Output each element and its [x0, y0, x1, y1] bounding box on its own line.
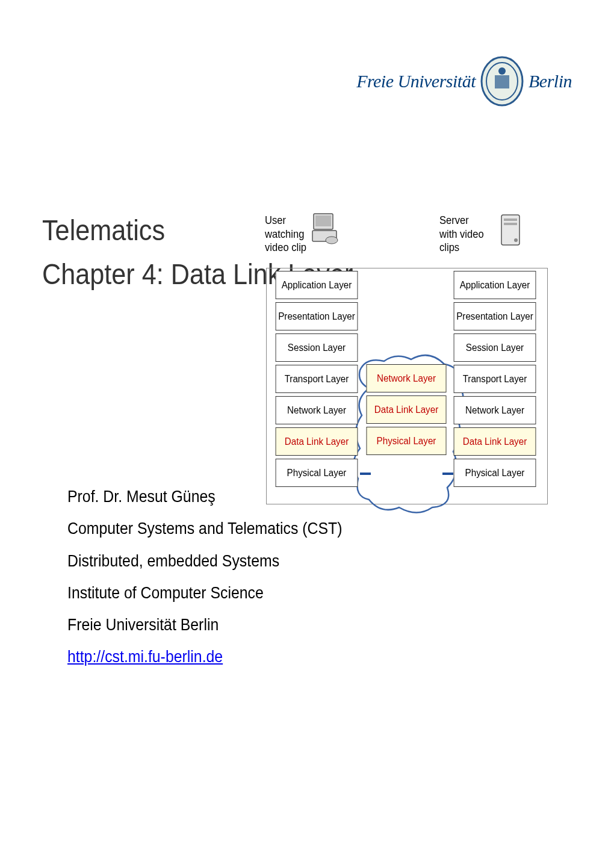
osi-diagram: User watching video clip Server with vid…	[259, 208, 578, 521]
svg-point-11	[514, 238, 518, 242]
layer-box: Physical Layer	[367, 427, 447, 455]
layer-box: Network Layer	[367, 364, 447, 392]
layer-box: Network Layer	[454, 396, 536, 424]
author-block: Prof. Dr. Mesut Güneş Computer Systems a…	[67, 482, 342, 674]
layer-box: Application Layer	[454, 271, 536, 299]
logo-text-left: Freie Universität	[356, 71, 476, 91]
svg-point-7	[326, 237, 338, 244]
layer-box: Data Link Layer	[367, 395, 447, 424]
server-icon	[497, 214, 527, 249]
author-line: Institute of Computer Science	[67, 578, 342, 609]
layer-stack-user: Application LayerPresentation LayerSessi…	[273, 271, 360, 490]
svg-rect-5	[315, 215, 331, 226]
university-logo: Freie Universität Berlin	[356, 54, 572, 108]
author-line: Prof. Dr. Mesut Güneş	[67, 482, 342, 512]
diagram-label-server: Server with video clips	[439, 214, 484, 255]
logo-text-right: Berlin	[529, 71, 572, 91]
layer-box: Session Layer	[276, 333, 358, 362]
layer-stack-server: Application LayerPresentation LayerSessi…	[451, 271, 538, 490]
svg-rect-10	[504, 223, 517, 225]
layer-stack-router: Network LayerData Link LayerPhysical Lay…	[364, 364, 448, 458]
author-line: Computer Systems and Telematics (CST)	[67, 513, 342, 544]
layer-box: Physical Layer	[454, 459, 536, 487]
computer-icon	[310, 211, 340, 246]
layer-box: Transport Layer	[276, 365, 358, 393]
layer-box: Data Link Layer	[454, 427, 536, 456]
svg-point-3	[498, 67, 506, 75]
diagram-label-user: User watching video clip	[265, 214, 306, 255]
connection-line	[442, 473, 453, 475]
layer-box: Session Layer	[454, 333, 536, 362]
author-url-link[interactable]: http://cst.mi.fu-berlin.de	[67, 648, 223, 666]
svg-rect-2	[495, 75, 509, 88]
author-line: Freie Universität Berlin	[67, 610, 342, 640]
seal-icon	[479, 54, 525, 108]
layer-box: Network Layer	[276, 396, 358, 424]
svg-rect-9	[504, 219, 517, 221]
author-line: Distributed, embedded Systems	[67, 546, 342, 577]
layer-box: Data Link Layer	[276, 427, 358, 456]
layer-box: Transport Layer	[454, 365, 536, 393]
layer-box: Presentation Layer	[454, 302, 536, 330]
connection-line	[360, 473, 371, 475]
layer-box: Application Layer	[276, 271, 358, 299]
layer-box: Presentation Layer	[276, 302, 358, 330]
